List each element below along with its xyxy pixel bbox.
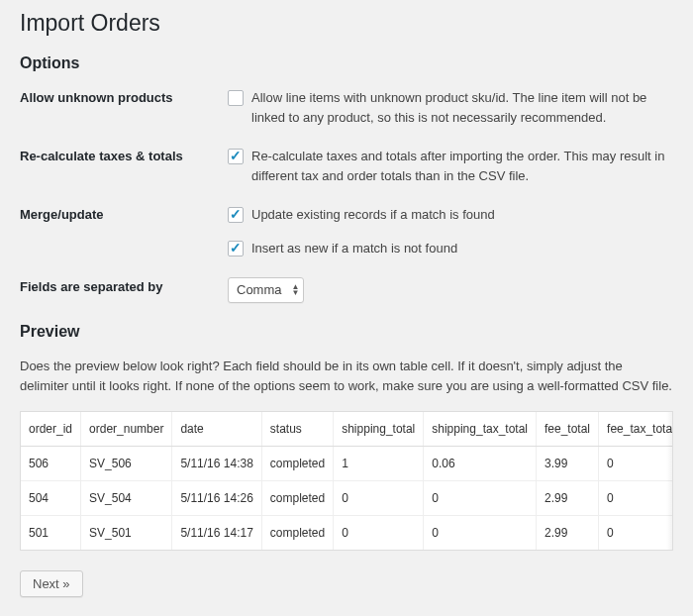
- table-cell: 2.99: [537, 481, 599, 516]
- table-cell: 0: [599, 447, 673, 481]
- preview-table-wrap[interactable]: order_idorder_numberdatestatusshipping_t…: [20, 411, 673, 551]
- table-cell: 5/11/16 14:38: [172, 447, 261, 481]
- table-cell: 2.99: [537, 516, 599, 551]
- update-existing-checkbox[interactable]: [228, 207, 244, 223]
- table-header-cell: shipping_total: [334, 412, 424, 447]
- preview-heading: Preview: [20, 323, 673, 341]
- page-title: Import Orders: [20, 10, 673, 37]
- table-cell: 506: [21, 447, 81, 481]
- table-header-cell: status: [261, 412, 333, 447]
- delimiter-label: Fields are separated by: [20, 277, 228, 294]
- preview-table: order_idorder_numberdatestatusshipping_t…: [21, 412, 673, 550]
- table-cell: completed: [261, 447, 333, 481]
- table-cell: 0.06: [424, 447, 537, 481]
- table-header-cell: order_number: [81, 412, 172, 447]
- table-cell: 5/11/16 14:26: [172, 481, 261, 516]
- insert-new-description: Insert as new if a match is not found: [251, 239, 457, 258]
- recalculate-checkbox[interactable]: [228, 149, 244, 164]
- merge-update-label: Merge/update: [20, 205, 228, 222]
- table-header-cell: fee_total: [537, 412, 599, 447]
- select-stepper-icon: ▲▼: [292, 284, 300, 296]
- recalculate-label: Re-calculate taxes & totals: [20, 147, 228, 163]
- allow-unknown-checkbox[interactable]: [228, 90, 244, 106]
- table-cell: 0: [599, 481, 673, 516]
- preview-help-text: Does the preview below look right? Each …: [20, 357, 673, 395]
- table-cell: completed: [261, 481, 333, 516]
- table-cell: 504: [21, 481, 81, 516]
- insert-new-checkbox[interactable]: [228, 241, 244, 257]
- next-button[interactable]: Next »: [20, 570, 83, 597]
- table-cell: 0: [424, 481, 537, 516]
- delimiter-value: Comma: [237, 280, 282, 300]
- table-header-cell: order_id: [21, 412, 81, 447]
- table-row: 504SV_5045/11/16 14:26completed002.9900: [21, 481, 673, 516]
- table-cell: 501: [21, 516, 81, 551]
- table-cell: 3.99: [537, 447, 599, 481]
- table-cell: completed: [261, 516, 333, 551]
- table-cell: SV_504: [81, 481, 172, 516]
- table-cell: 5/11/16 14:17: [172, 516, 261, 551]
- table-cell: SV_506: [81, 447, 172, 481]
- update-existing-description: Update existing records if a match is fo…: [251, 205, 495, 225]
- table-cell: 0: [599, 516, 673, 551]
- table-cell: 0: [334, 516, 424, 551]
- table-row: 506SV_5065/11/16 14:38completed10.063.99…: [21, 447, 673, 481]
- table-cell: SV_501: [81, 516, 172, 551]
- options-heading: Options: [20, 54, 673, 72]
- table-cell: 1: [334, 447, 424, 481]
- table-row: 501SV_5015/11/16 14:17completed002.9900: [21, 516, 673, 551]
- allow-unknown-description: Allow line items with unknown product sk…: [251, 88, 673, 127]
- table-header-cell: date: [172, 412, 261, 447]
- table-cell: 0: [424, 516, 537, 551]
- allow-unknown-label: Allow unknown products: [20, 88, 228, 105]
- delimiter-select[interactable]: Comma ▲▼: [228, 277, 304, 303]
- table-header-cell: fee_tax_total: [599, 412, 673, 447]
- table-header-cell: shipping_tax_total: [424, 412, 537, 447]
- table-cell: 0: [334, 481, 424, 516]
- recalculate-description: Re-calculate taxes and totals after impo…: [251, 147, 673, 185]
